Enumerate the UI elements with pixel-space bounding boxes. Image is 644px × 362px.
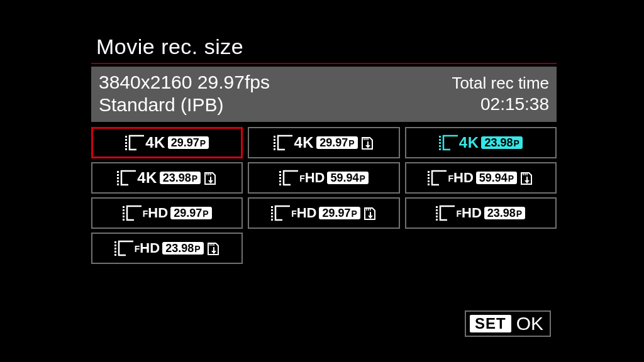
svg-rect-36 bbox=[428, 180, 430, 182]
svg-rect-46 bbox=[123, 219, 125, 221]
sd-card-write-icon bbox=[203, 171, 217, 185]
film-icon bbox=[439, 134, 460, 151]
title-divider bbox=[91, 63, 557, 64]
svg-rect-61 bbox=[114, 241, 116, 243]
film-icon bbox=[125, 134, 147, 151]
fps-pill: 29.97P bbox=[170, 207, 211, 219]
svg-rect-50 bbox=[271, 216, 273, 217]
fps-pill: 23.98P bbox=[162, 242, 203, 255]
svg-rect-34 bbox=[428, 174, 430, 176]
svg-rect-14 bbox=[439, 136, 441, 138]
svg-rect-23 bbox=[117, 184, 119, 185]
res-label: 4K bbox=[137, 169, 157, 187]
svg-rect-9 bbox=[274, 148, 275, 150]
film-icon bbox=[114, 240, 136, 256]
option-fhd-5994-card[interactable]: FHD59.94P bbox=[405, 162, 557, 194]
sd-card-write-icon bbox=[519, 171, 533, 185]
res-label: FHD bbox=[456, 205, 481, 221]
option-fhd-2398-card[interactable]: FHD23.98P bbox=[91, 233, 243, 264]
ok-label: OK bbox=[516, 313, 543, 334]
svg-rect-18 bbox=[439, 148, 441, 150]
svg-rect-58 bbox=[436, 212, 438, 214]
sd-card-write-icon bbox=[206, 241, 220, 255]
svg-rect-16 bbox=[439, 142, 441, 144]
set-pill: SET bbox=[470, 315, 511, 332]
film-icon bbox=[428, 170, 449, 186]
svg-rect-5 bbox=[274, 136, 275, 138]
option-4k-2997-card[interactable]: 4K29.97P bbox=[248, 127, 399, 158]
option-4k-2398[interactable]: 4K23.98P bbox=[405, 127, 557, 158]
sd-card-write-icon bbox=[360, 136, 374, 150]
res-label: 4K bbox=[294, 134, 314, 151]
svg-rect-4 bbox=[125, 148, 127, 150]
fps-pill: 59.94P bbox=[476, 172, 517, 184]
svg-rect-45 bbox=[123, 216, 125, 217]
rec-time-label: Total rec time bbox=[452, 74, 549, 93]
svg-rect-29 bbox=[279, 174, 281, 176]
svg-rect-0 bbox=[125, 136, 127, 138]
option-fhd-2997-card[interactable]: FHD29.97P bbox=[248, 197, 399, 229]
svg-rect-59 bbox=[436, 216, 438, 217]
film-icon bbox=[279, 170, 301, 186]
fps-pill: 29.97P bbox=[316, 136, 357, 149]
svg-rect-57 bbox=[436, 209, 438, 211]
svg-rect-30 bbox=[279, 177, 281, 179]
svg-rect-35 bbox=[428, 177, 430, 179]
svg-rect-15 bbox=[439, 139, 441, 141]
svg-rect-44 bbox=[123, 212, 125, 214]
svg-rect-33 bbox=[428, 171, 430, 173]
svg-rect-19 bbox=[117, 171, 119, 173]
film-icon bbox=[274, 134, 295, 151]
svg-rect-65 bbox=[114, 254, 116, 256]
svg-rect-17 bbox=[439, 145, 441, 147]
fps-pill: 23.98P bbox=[481, 136, 522, 149]
svg-marker-69 bbox=[211, 247, 216, 254]
fps-pill: 23.98P bbox=[160, 172, 201, 184]
fps-pill: 59.94P bbox=[327, 172, 368, 184]
option-4k-2997[interactable]: 4K29.97P bbox=[91, 127, 243, 158]
svg-rect-28 bbox=[279, 171, 281, 173]
svg-marker-13 bbox=[365, 141, 370, 148]
svg-rect-3 bbox=[125, 145, 127, 147]
option-fhd-5994[interactable]: FHD59.94P bbox=[248, 162, 399, 194]
svg-marker-27 bbox=[208, 177, 213, 184]
svg-rect-49 bbox=[271, 212, 273, 214]
svg-marker-41 bbox=[525, 177, 530, 184]
option-fhd-2398[interactable]: FHD23.98P bbox=[405, 197, 557, 229]
res-label: FHD bbox=[448, 170, 473, 186]
svg-rect-51 bbox=[271, 219, 273, 221]
svg-rect-20 bbox=[117, 174, 119, 176]
svg-rect-47 bbox=[271, 206, 273, 208]
options-grid: 4K29.97P 4K29.97P 4K23.98P 4K23.98P bbox=[91, 127, 557, 264]
svg-rect-62 bbox=[114, 244, 116, 246]
res-label: FHD bbox=[291, 205, 316, 221]
film-icon bbox=[117, 170, 138, 186]
svg-rect-31 bbox=[279, 180, 281, 182]
svg-rect-43 bbox=[123, 209, 125, 211]
option-fhd-2997[interactable]: FHD29.97P bbox=[91, 197, 243, 229]
svg-rect-60 bbox=[436, 219, 438, 221]
fps-pill: 29.97P bbox=[319, 207, 360, 219]
page-title: Movie rec. size bbox=[91, 35, 557, 63]
svg-rect-2 bbox=[125, 142, 127, 144]
option-4k-2398-card[interactable]: 4K23.98P bbox=[91, 162, 243, 194]
film-icon bbox=[123, 205, 144, 221]
svg-rect-48 bbox=[271, 209, 273, 211]
svg-rect-8 bbox=[274, 145, 275, 147]
svg-marker-55 bbox=[368, 212, 373, 219]
svg-rect-42 bbox=[123, 206, 125, 208]
fps-pill: 29.97P bbox=[168, 136, 209, 149]
film-icon bbox=[271, 205, 292, 221]
set-ok-button[interactable]: SET OK bbox=[465, 310, 551, 337]
svg-rect-56 bbox=[436, 206, 438, 208]
svg-rect-1 bbox=[125, 139, 127, 141]
res-label: FHD bbox=[299, 170, 325, 186]
svg-rect-22 bbox=[117, 180, 119, 182]
svg-rect-21 bbox=[117, 177, 119, 179]
film-icon bbox=[436, 205, 457, 221]
res-label: 4K bbox=[145, 134, 165, 151]
compression-text: Standard (IPB) bbox=[99, 94, 270, 116]
svg-rect-6 bbox=[274, 139, 275, 141]
sd-card-write-icon bbox=[363, 206, 377, 220]
svg-rect-64 bbox=[114, 251, 116, 253]
